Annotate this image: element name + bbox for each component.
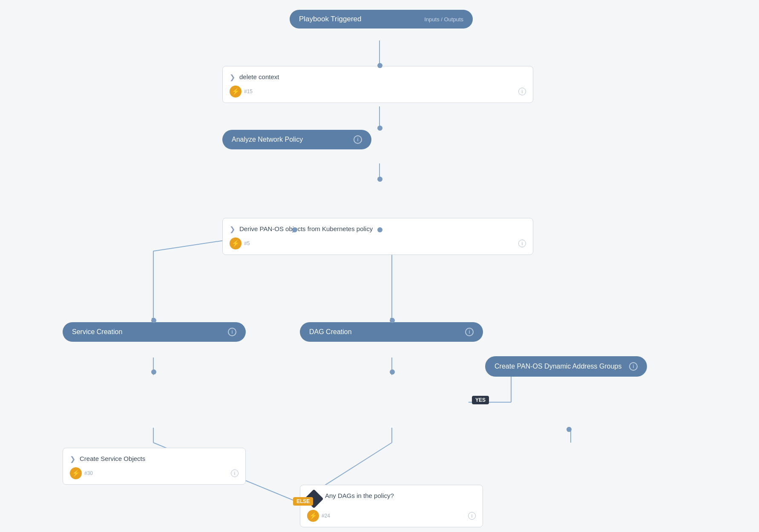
info-icon-3: i [522, 241, 523, 246]
analyze-network-policy-node[interactable]: Analyze Network Policy i [222, 130, 371, 149]
create-panos-dag-label: Create PAN-OS Dynamic Address Groups [494, 362, 621, 371]
dag-creation-node[interactable]: DAG Creation i [300, 322, 483, 342]
derive-panos-node[interactable]: ❯ Derive PAN-OS objects from Kubernetes … [222, 218, 533, 255]
info-button-6[interactable]: i [231, 469, 239, 477]
lightning-badge-1: ⚡ [230, 86, 242, 97]
derive-panos-title: Derive PAN-OS objects from Kubernetes po… [239, 224, 373, 233]
analyze-label: Analyze Network Policy [232, 136, 303, 143]
io-label[interactable]: Inputs / Outputs [424, 16, 463, 23]
playbook-triggered-node[interactable]: Playbook Triggered Inputs / Outputs [290, 10, 473, 29]
chevron-icon: ❯ [230, 73, 235, 81]
info-button-3[interactable]: i [518, 240, 526, 247]
connector-dot-3 [377, 177, 382, 182]
connector-dot-4b [377, 227, 382, 232]
info-button-8[interactable]: i [629, 362, 638, 371]
lightning-badge-4: ⚡ [307, 510, 319, 522]
lightning-icon-2: ⚡ [232, 240, 240, 247]
create-service-objects-node[interactable]: ❯ Create Service Objects ⚡ #30 i [63, 448, 246, 485]
connector-dot-5a [151, 318, 156, 323]
connector-dot-6b [390, 369, 395, 375]
derive-panos-num: #5 [244, 240, 250, 246]
workflow-canvas: Playbook Triggered Inputs / Outputs ❯ de… [0, 0, 759, 532]
chevron-icon-2: ❯ [230, 225, 235, 233]
lightning-icon-3: ⚡ [72, 469, 80, 477]
any-dags-node[interactable]: Any DAGs in the policy? ⚡ #24 i [300, 485, 483, 527]
create-panos-dag-node[interactable]: Create PAN-OS Dynamic Address Groups i [485, 356, 647, 377]
info-button-1[interactable]: i [518, 88, 526, 95]
info-icon-6: i [234, 471, 235, 476]
connector-dot-2 [377, 126, 382, 131]
create-service-num: #30 [84, 470, 93, 476]
info-button-2[interactable]: i [354, 135, 362, 144]
delete-context-num: #15 [244, 89, 253, 94]
dag-creation-label: DAG Creation [309, 328, 352, 336]
connector-dot-6a [151, 369, 156, 375]
any-dags-title: Any DAGs in the policy? [325, 491, 394, 500]
info-button-4[interactable]: i [228, 328, 236, 336]
connector-dot-7 [566, 427, 572, 432]
any-dags-num: #24 [322, 513, 330, 519]
else-badge: ELSE [293, 497, 313, 506]
chevron-icon-3: ❯ [70, 455, 75, 463]
create-service-objects-title: Create Service Objects [80, 454, 145, 463]
yes-badge: YES [472, 396, 489, 404]
info-button-5[interactable]: i [465, 328, 474, 336]
info-icon-4: i [232, 329, 233, 335]
lightning-badge-2: ⚡ [230, 237, 242, 249]
info-icon-7: i [472, 513, 472, 518]
info-button-7[interactable]: i [468, 512, 476, 520]
connector-dot-1 [377, 63, 382, 68]
service-creation-node[interactable]: Service Creation i [63, 322, 246, 342]
info-icon-5: i [469, 329, 470, 335]
connector-dot-4a [292, 227, 297, 232]
playbook-triggered-label: Playbook Triggered [299, 15, 361, 23]
lightning-icon-4: ⚡ [309, 512, 317, 520]
lightning-icon-1: ⚡ [232, 88, 240, 95]
lightning-badge-3: ⚡ [70, 467, 82, 479]
service-creation-label: Service Creation [72, 328, 122, 336]
connector-dot-5b [390, 318, 395, 323]
info-icon-8: i [633, 363, 634, 369]
info-icon-1: i [522, 89, 523, 94]
delete-context-title: delete context [239, 72, 279, 81]
delete-context-node[interactable]: ❯ delete context ⚡ #15 i [222, 66, 533, 103]
info-icon-2: i [357, 137, 359, 143]
